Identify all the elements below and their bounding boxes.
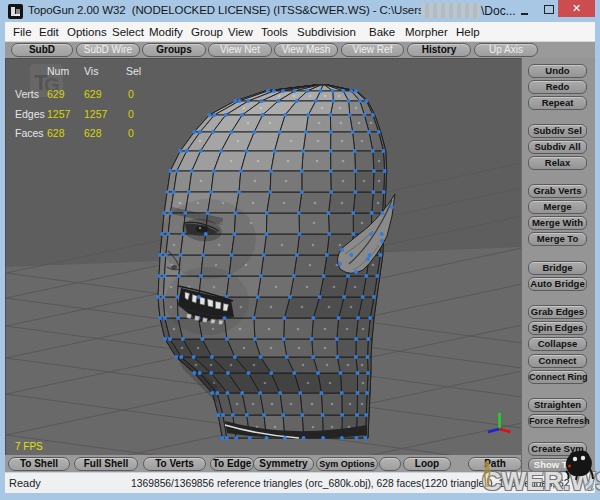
svg-text:0: 0	[128, 108, 134, 120]
svg-text:7 FPS: 7 FPS	[15, 441, 43, 452]
svg-text:Verts: Verts	[15, 88, 39, 100]
svg-text:0: 0	[128, 88, 134, 100]
svg-text:629: 629	[47, 88, 65, 100]
svg-text:Sel: Sel	[126, 65, 141, 77]
svg-text:1257: 1257	[84, 108, 108, 120]
svg-text:Edges: Edges	[15, 108, 45, 120]
svg-text:Faces: Faces	[15, 127, 44, 139]
svg-text:1257: 1257	[47, 108, 71, 120]
svg-text:629: 629	[84, 88, 102, 100]
svg-text:Num: Num	[47, 65, 69, 77]
svg-text:628: 628	[84, 127, 102, 139]
svg-text:Vis: Vis	[84, 65, 98, 77]
svg-text:628: 628	[47, 127, 65, 139]
svg-text:0: 0	[128, 127, 134, 139]
